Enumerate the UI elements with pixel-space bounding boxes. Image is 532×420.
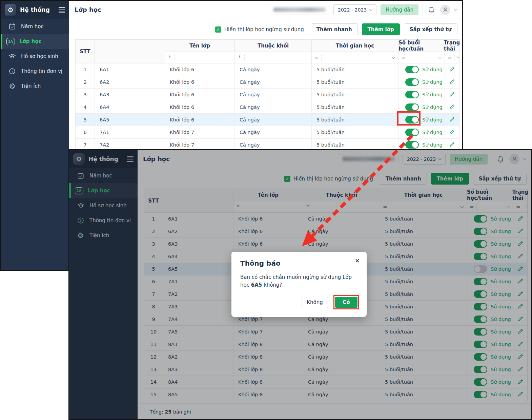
column-header-sessions: Số buổi học/tuần <box>398 40 445 52</box>
user-avatar[interactable] <box>440 5 450 15</box>
show-disabled-checkbox-row[interactable]: ✓ Hiển thị lớp học ngừng sử dụng <box>215 26 304 33</box>
row-edit-cell[interactable] <box>445 101 459 114</box>
status-label: Sử dụng <box>422 117 443 122</box>
filter-time[interactable]: = <box>312 52 398 63</box>
table-row: 1 6A1 Khối lớp 6 Cả ngày 5 buổi/tuần Sử … <box>76 63 459 76</box>
filter-name[interactable]: * <box>165 52 235 63</box>
close-icon[interactable]: ✕ <box>355 257 360 264</box>
row-status-cell: Sử dụng <box>398 89 445 101</box>
sidebar-item-4[interactable]: Tiện ích <box>1 79 69 94</box>
app-logo-gear-icon: ⚙ <box>5 4 16 16</box>
yes-button-highlight-box: Có <box>333 295 359 309</box>
row-edit-cell[interactable] <box>445 76 459 89</box>
sidebar-item-0[interactable]: Năm học <box>1 19 69 34</box>
sidebar-menu: Năm học 1A Lớp học Hồ sơ học sinh Thông … <box>1 19 69 94</box>
table-row: 6 7A1 Khối lớp 7 Cả ngày 5 buổi/tuần Sử … <box>76 126 459 139</box>
edit-pencil-icon[interactable] <box>449 66 455 73</box>
row-edit-cell[interactable] <box>445 126 459 139</box>
row-status-cell: Sử dụng <box>398 63 445 76</box>
row-edit-cell[interactable] <box>445 89 459 101</box>
sidebar-item-label: Lớp học <box>19 38 42 44</box>
row-time: Cả ngày <box>235 89 312 101</box>
classes-table: STT Tên lớp Thuộc khối Thời gian học Số … <box>75 39 459 152</box>
row-grade: Khối lớp 7 <box>165 126 235 139</box>
row-time: Cả ngày <box>235 63 312 76</box>
dialog-yes-button[interactable]: Có <box>335 297 357 308</box>
sidebar-item-label: Năm học <box>21 23 44 30</box>
sidebar-item-3[interactable]: Thông tin đơn vị <box>1 64 69 79</box>
row-edit-cell[interactable] <box>445 63 459 76</box>
row-edit-cell[interactable] <box>445 114 459 126</box>
row-time: Cả ngày <box>235 126 312 139</box>
dialog-message-class-name: 6A5 <box>251 282 262 288</box>
row-index: 6 <box>76 126 95 139</box>
table-toolbar: ✓ Hiển thị lớp học ngừng sử dụng Thêm nh… <box>69 19 462 35</box>
school-year-select[interactable]: 2022 - 2023 <box>333 4 376 15</box>
add-class-button[interactable]: Thêm lớp <box>362 23 400 35</box>
status-label: Sử dụng <box>422 104 443 110</box>
row-index: 4 <box>76 101 95 114</box>
show-disabled-label: Hiển thị lớp học ngừng sử dụng <box>224 26 304 33</box>
table-row: 3 6A3 Khối lớp 6 Cả ngày 5 buổi/tuần Sử … <box>76 89 459 101</box>
notification-bell-icon[interactable] <box>427 5 436 14</box>
status-label: Sử dụng <box>422 67 443 72</box>
row-grade: Khối lớp 6 <box>165 101 235 114</box>
edit-pencil-icon[interactable] <box>449 104 455 111</box>
info-circle-icon <box>8 67 17 75</box>
window-bottom-screenshot: ⚙ Hệ thống Năm học 1A Lớp học Hồ sơ học … <box>68 149 532 420</box>
row-class-name: 6A1 <box>95 63 165 76</box>
dialog-no-button[interactable]: Không <box>302 297 328 308</box>
edit-pencil-icon[interactable] <box>449 116 455 123</box>
quick-add-button[interactable]: Thêm nhanh <box>311 23 358 35</box>
page-title: Lớp học <box>75 6 101 13</box>
status-label: Sử dụng <box>422 92 443 97</box>
edit-pencil-icon[interactable] <box>449 141 455 149</box>
status-toggle[interactable] <box>405 103 419 111</box>
status-label: Sử dụng <box>422 79 443 85</box>
sidebar-item-1[interactable]: 1A Lớp học <box>1 34 69 49</box>
filter-status[interactable]: = <box>445 52 459 63</box>
table-row: 2 6A2 Khối lớp 6 Cả ngày 5 buổi/tuần Sử … <box>76 76 459 89</box>
status-toggle[interactable] <box>405 129 419 136</box>
row-time: Cả ngày <box>235 101 312 114</box>
chevron-down-icon <box>438 55 442 59</box>
row-sessions: 5 buổi/tuần <box>312 89 398 101</box>
redacted-school-name <box>270 5 329 15</box>
row-sessions: 5 buổi/tuần <box>312 101 398 114</box>
guide-button[interactable]: Hướng dẫn <box>381 4 418 15</box>
status-toggle[interactable] <box>405 141 419 149</box>
table-body: 1 6A1 Khối lớp 6 Cả ngày 5 buổi/tuần Sử … <box>76 63 459 151</box>
row-time: Cả ngày <box>235 114 312 126</box>
filter-grade[interactable]: * <box>235 52 312 63</box>
dialog-message: Bạn có chắc chắn muốn ngừng sử dụng Lớp … <box>240 273 359 289</box>
class-1a-badge-icon: 1A <box>6 37 15 45</box>
account-menu-chevron-icon[interactable] <box>454 9 457 11</box>
row-status-cell: Sử dụng <box>398 76 445 89</box>
chevron-down-icon <box>392 55 395 59</box>
hamburger-menu-icon[interactable] <box>59 7 65 13</box>
filter-sessions[interactable]: = <box>398 52 445 63</box>
sort-order-button[interactable]: Sắp xếp thứ tự <box>404 23 457 35</box>
edit-pencil-icon[interactable] <box>449 79 455 86</box>
status-toggle[interactable] <box>405 78 419 86</box>
row-class-name: 6A5 <box>95 114 165 126</box>
row-sessions: 5 buổi/tuần <box>312 63 398 76</box>
sidebar-item-label: Thông tin đơn vị <box>21 68 62 74</box>
edit-pencil-icon[interactable] <box>449 91 455 98</box>
graduation-cap-icon <box>8 52 17 60</box>
row-status-cell: Sử dụng <box>398 126 445 139</box>
edit-pencil-icon[interactable] <box>449 129 455 136</box>
toggle-knob <box>412 79 418 85</box>
divider <box>423 4 423 16</box>
table-header: STT Tên lớp Thuộc khối Thời gian học Số … <box>76 40 459 63</box>
dialog-message-suffix: không? <box>262 282 282 288</box>
status-toggle[interactable] <box>405 91 419 98</box>
dialog-title: Thông báo <box>240 259 358 267</box>
sidebar-item-2[interactable]: Hồ sơ học sinh <box>1 49 69 64</box>
row-index: 5 <box>76 114 95 126</box>
checkbox-checked-icon[interactable]: ✓ <box>215 26 221 33</box>
row-grade: Khối lớp 6 <box>165 114 235 126</box>
toggle-knob <box>412 66 418 73</box>
status-toggle[interactable] <box>405 66 419 73</box>
toggle-knob <box>412 142 418 148</box>
